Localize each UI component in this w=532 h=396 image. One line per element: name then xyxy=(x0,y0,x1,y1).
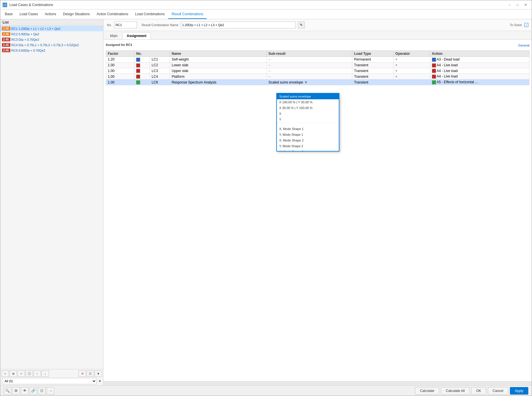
cell-sub-result: -- xyxy=(267,74,352,79)
dropdown-option[interactable]: Scaled sums envelope xyxy=(277,94,339,99)
settings-button[interactable]: ⚙ xyxy=(12,387,20,395)
apply-button[interactable]: Apply xyxy=(510,387,528,395)
cell-sub-result[interactable]: Scaled sums envelope ▼ xyxy=(267,79,352,85)
cell-name: Platform xyxy=(170,74,267,79)
cell-color xyxy=(134,68,150,74)
color-indicator xyxy=(136,63,140,67)
tab-assignment[interactable]: Assignment xyxy=(122,32,151,39)
check-button[interactable]: ✓ xyxy=(17,370,25,377)
cell-load-type: Transient xyxy=(352,62,394,68)
dropdown-option[interactable]: Y, Mode Shape 2 xyxy=(277,143,339,149)
list-item[interactable]: 2.4E RC3 D/p + 0.70Qe2 xyxy=(0,37,103,42)
menu-action-combinations[interactable]: Action Combinations xyxy=(93,9,132,19)
form-header: No. Result Combination Name ✎ To Solve ✓ xyxy=(103,19,532,31)
table-row[interactable]: 1.00 LC2 Lower slab -- Transient + A4 - … xyxy=(106,62,529,68)
dropdown-option[interactable]: X 100.00 % | Y 30.00 % xyxy=(277,99,339,105)
close-button[interactable]: ✕ xyxy=(522,2,529,8)
list-item[interactable]: 2.4E RC4 D/p + 0.75L1 + 0.75L2 + 0.75L3 … xyxy=(0,42,103,48)
col-operator: Operator xyxy=(394,51,430,57)
col-name: Name xyxy=(170,51,267,57)
list-item[interactable]: 2.3E RC1 1.20D/p + L1 + L2 + L3 + Qe2 xyxy=(0,26,103,31)
cell-color xyxy=(134,79,150,85)
menu-load-combinations[interactable]: Load Combinations xyxy=(132,9,168,19)
sub-result-dropdown[interactable]: Scaled sums envelope X 100.00 % | Y 30.0… xyxy=(276,93,339,152)
dropdown-option[interactable]: X, Mode Shape 2 xyxy=(277,137,339,143)
col-load-type: Load Type xyxy=(352,51,394,57)
cell-lc-id: LC6 xyxy=(150,79,170,85)
left-panel-footer: + ⊕ ✓ ⓘ ↑ ↓ ✕ ☷ ▼ All (5) ▼ xyxy=(0,369,103,385)
export-button[interactable]: → xyxy=(47,387,54,395)
name-field: Result Combination Name ✎ xyxy=(142,22,304,28)
dropdown-option[interactable]: X, Mode Shape 1 xyxy=(277,126,339,132)
cell-action: A4 - Live load xyxy=(430,74,529,79)
list-item[interactable]: 2.3E RC2 0.90D/p + Qe2 xyxy=(0,31,103,37)
menu-result-combinations[interactable]: Result Combinations xyxy=(168,9,207,19)
minimize-button[interactable]: – xyxy=(506,2,513,8)
view-button[interactable]: 👁 xyxy=(21,387,28,395)
move-down-button[interactable]: ↓ xyxy=(42,370,49,377)
maximize-button[interactable]: □ xyxy=(514,2,521,8)
cell-color xyxy=(134,74,150,79)
menu-actions[interactable]: Actions xyxy=(41,9,59,19)
table-wrapper: Factor No. Name Sub-result Load Type Ope… xyxy=(106,51,529,85)
table-row[interactable]: 1.20 LC1 Self-weight -- Permanent + A3 -… xyxy=(106,57,529,63)
tab-main[interactable]: Main xyxy=(106,32,122,39)
add-copy-button[interactable]: ⊕ xyxy=(9,370,17,377)
cancel-button[interactable]: Cancel xyxy=(488,387,508,395)
grid-button[interactable]: ☷ xyxy=(87,370,94,377)
cell-name: Self-weight xyxy=(170,57,267,63)
table-row[interactable]: 1.00 LC3 Upper slab -- Transient + A4 - … xyxy=(106,68,529,74)
calculate-all-button[interactable]: Calculate All xyxy=(441,387,470,395)
action-color-indicator xyxy=(432,63,436,67)
name-input[interactable] xyxy=(181,22,296,28)
item-label: RC4 D/p + 0.75L1 + 0.75L2 + 0.75L3 + 0.5… xyxy=(11,43,79,47)
item-label: RC1 1.20D/p + L1 + L2 + L3 + Qe2 xyxy=(11,27,60,30)
item-badge: 2.3E xyxy=(2,27,10,30)
cell-lc-id: LC4 xyxy=(150,74,170,79)
table-row[interactable]: 1.00 LC6 Response Spectrum Analysis Scal… xyxy=(106,79,529,85)
menu-design-situations[interactable]: Design Situations xyxy=(60,9,93,19)
horizontal-scrollbar[interactable] xyxy=(103,381,532,385)
assigned-label: Assigned for RC1 xyxy=(106,42,132,48)
dropdown-option[interactable]: Y xyxy=(277,117,339,122)
main-window: LC Load Cases & Combinations – □ ✕ Base … xyxy=(0,0,532,396)
window-controls: – □ ✕ xyxy=(506,2,529,8)
delete-button[interactable]: ✕ xyxy=(79,370,86,377)
info-button[interactable]: ⓘ xyxy=(26,370,33,377)
general-link[interactable]: General xyxy=(518,44,529,47)
item-badge: 2.3E xyxy=(2,32,10,36)
add-button[interactable]: + xyxy=(1,370,9,377)
to-solve-checkbox[interactable]: ✓ xyxy=(524,23,528,27)
col-action: Action xyxy=(430,51,529,57)
calculate-button[interactable]: Calculate xyxy=(415,387,439,395)
dropdown-option[interactable]: X xyxy=(277,111,339,117)
ok-button[interactable]: OK xyxy=(471,387,486,395)
move-up-button[interactable]: ↑ xyxy=(34,370,41,377)
cell-sub-result: -- xyxy=(267,57,352,63)
dropdown-arrow-button[interactable]: ▼ xyxy=(95,370,102,377)
menu-base[interactable]: Base xyxy=(1,9,16,19)
cell-load-type: Transient xyxy=(352,79,394,85)
cell-operator: + xyxy=(394,68,430,74)
search-button[interactable]: 🔍 xyxy=(4,387,11,395)
list-item[interactable]: 2.4E RC5 0.60D/p + 0.70Qe2 xyxy=(0,48,103,53)
dropdown-option[interactable]: Y, Mode Shape 1 xyxy=(277,132,339,137)
table-row[interactable]: 1.00 LC4 Platform -- Transient + A4 - Li… xyxy=(106,74,529,79)
item-label: RC5 0.60D/p + 0.70Qe2 xyxy=(11,49,45,52)
action-color-indicator xyxy=(432,75,436,79)
content-area: List 2.3E RC1 1.20D/p + L1 + L2 + L3 + Q… xyxy=(0,19,532,385)
link-button[interactable]: 🔗 xyxy=(30,387,37,395)
filter-select[interactable]: All (5) xyxy=(2,378,97,384)
item-badge: 2.4E xyxy=(2,48,10,52)
menu-load-cases[interactable]: Load Cases xyxy=(16,9,41,19)
dropdown-option[interactable]: X, Mode Shape 3 xyxy=(277,149,339,151)
edit-name-button[interactable]: ✎ xyxy=(298,22,305,28)
name-label: Result Combination Name xyxy=(142,23,178,27)
table-button[interactable]: ☷ xyxy=(38,387,46,395)
app-icon: LC xyxy=(3,3,7,7)
no-input[interactable] xyxy=(114,22,137,28)
cell-sub-result: -- xyxy=(267,68,352,74)
cell-operator: + xyxy=(394,57,430,63)
dropdown-option[interactable]: X 30.00 % | Y 100.00 % xyxy=(277,105,339,111)
action-color-indicator xyxy=(432,58,436,62)
